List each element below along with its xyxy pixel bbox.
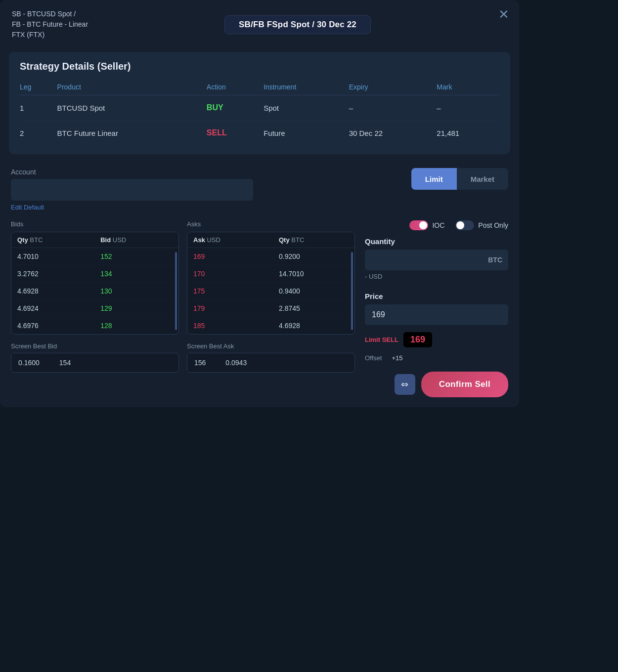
limit-sell-row: Limit SELL 169 [365,332,508,347]
modal-header: SB - BTCUSD Spot / FB - BTC Future - Lin… [0,0,519,47]
right-panel: IOC Post Only Quantity BTC - USD [365,220,508,397]
screen-best-ask-price: 156 [194,359,206,367]
left-panel: Bids Qty BTC Bid USD 4.7010 152 [11,220,355,397]
screen-best-bid-label: Screen Best Bid [11,342,179,350]
header-left-info: SB - BTCUSD Spot / FB - BTC Future - Lin… [12,9,88,40]
account-block: Account Edit Default [11,168,403,211]
asks-table-row[interactable]: 170 14.7010 [187,265,354,283]
bid-qty: 4.6976 [11,317,94,335]
col-mark: Mark [437,79,499,95]
bids-scroll-indicator [175,252,177,330]
bid-qty: 3.2762 [11,265,94,283]
ioc-postonly-row: IOC Post Only [365,220,508,230]
bids-table-row[interactable]: 4.6928 130 [11,283,178,300]
bids-table-row[interactable]: 3.2762 134 [11,265,178,283]
ask-price: 185 [187,317,273,335]
post-only-toggle-knob [456,221,464,229]
bids-table-row[interactable]: 4.6924 129 [11,300,178,317]
strategy-table-row: 2 BTC Future Linear SELL Future 30 Dec 2… [20,121,499,146]
strategy-title: Strategy Details (Seller) [20,61,499,72]
ioc-toggle-group: IOC [409,220,444,230]
strategy-expiry: 30 Dec 22 [349,121,437,146]
strategy-instrument: Spot [264,95,349,121]
strategy-leg: 2 [20,121,57,146]
asks-col-ask: Ask USD [187,232,273,248]
bids-table-wrap: Qty BTC Bid USD 4.7010 152 3.2762 134 4.… [11,232,179,335]
header-center: SB/FB FSpd Spot / 30 Dec 22 [88,15,507,34]
bid-price: 128 [94,317,178,335]
asks-label: Asks [187,220,355,228]
screen-best-bid-input: 0.1600 154 [11,353,179,373]
header-title: SB/FB FSpd Spot / 30 Dec 22 [224,15,371,34]
col-expiry: Expiry [349,79,437,95]
bid-qty: 4.6924 [11,300,94,317]
swap-button[interactable]: ⇔ [395,374,415,395]
offset-row: Offset +15 [365,354,508,362]
ask-price: 179 [187,300,273,317]
modal-container: SB - BTCUSD Spot / FB - BTC Future - Lin… [0,0,519,407]
asks-table-row[interactable]: 169 0.9200 [187,248,354,265]
bids-table-row[interactable]: 4.6976 128 [11,317,178,335]
offset-value: +15 [392,354,402,362]
col-action: Action [207,79,264,95]
screen-best-ask-block: Screen Best Ask 156 0.0943 [187,342,355,373]
bid-price: 130 [94,283,178,300]
ask-qty: 0.9400 [273,283,354,300]
strategy-table: Leg Product Action Instrument Expiry Mar… [20,79,499,145]
screen-best-bid-price: 154 [59,359,71,367]
ask-price: 170 [187,265,273,283]
price-input[interactable]: 169 [365,304,508,325]
order-type-buttons: Limit Market [411,168,508,190]
edit-default-link[interactable]: Edit Default [11,204,44,211]
quantity-input[interactable]: BTC [365,250,508,270]
offset-label: Offset [365,354,382,362]
asks-table-row[interactable]: 179 2.8745 [187,300,354,317]
quantity-unit: BTC [488,256,502,264]
bids-table-row[interactable]: 4.7010 152 [11,248,178,265]
asks-table-row[interactable]: 175 0.9400 [187,283,354,300]
asks-table-row[interactable]: 185 4.6928 [187,317,354,335]
screen-best-ask-qty: 0.0943 [225,359,247,367]
strategy-action: BUY [207,95,264,121]
order-section: Account Edit Default Limit Market Bids [0,163,519,407]
limit-button[interactable]: Limit [411,168,457,190]
usd-label: - USD [365,273,508,280]
ask-price: 175 [187,283,273,300]
strategy-expiry: – [349,95,437,121]
asks-table-wrap: Ask USD Qty BTC 169 0.9200 170 14.7010 1… [187,232,355,335]
bid-qty: 4.7010 [11,248,94,265]
col-leg: Leg [20,79,57,95]
strategy-section: Strategy Details (Seller) Leg Product Ac… [9,52,510,154]
ask-qty: 2.8745 [273,300,354,317]
strategy-mark: 21,481 [437,121,499,146]
close-button[interactable]: ✕ [498,8,509,21]
header-line3: FTX (FTX) [12,30,88,40]
bid-price: 134 [94,265,178,283]
confirm-sell-button[interactable]: Confirm Sell [421,372,508,397]
ask-qty: 14.7010 [273,265,354,283]
bids-label: Bids [11,220,179,228]
strategy-mark: – [437,95,499,121]
strategy-action: SELL [207,121,264,146]
market-button[interactable]: Market [457,168,508,190]
price-value: 169 [372,310,385,319]
bid-price: 152 [94,248,178,265]
post-only-label: Post Only [478,221,508,229]
bids-asks-row: Bids Qty BTC Bid USD 4.7010 152 [11,220,355,335]
order-area: Bids Qty BTC Bid USD 4.7010 152 [11,220,508,397]
strategy-table-row: 1 BTCUSD Spot BUY Spot – – [20,95,499,121]
limit-sell-label: Limit SELL [365,336,398,343]
ask-price: 169 [187,248,273,265]
header-line2: FB - BTC Future - Linear [12,19,88,30]
bids-col-qty: Qty BTC [11,232,94,248]
ioc-label: IOC [432,221,444,229]
strategy-leg: 1 [20,95,57,121]
post-only-toggle[interactable] [455,220,474,230]
asks-block: Asks Ask USD Qty BTC 169 0.9200 [187,220,355,335]
screen-best-ask-input: 156 0.0943 [187,353,355,373]
limit-sell-value: 169 [403,332,432,347]
price-label: Price [365,292,508,300]
ioc-toggle[interactable] [409,220,428,230]
account-label: Account [11,168,403,176]
account-input[interactable] [11,179,253,201]
